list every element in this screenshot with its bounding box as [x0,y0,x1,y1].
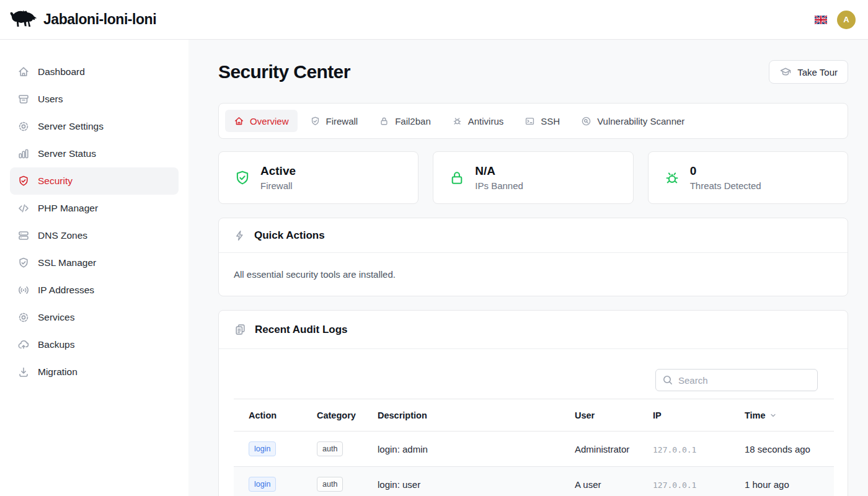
column-header-time[interactable]: Time [745,399,834,432]
action-badge: login [249,477,276,492]
archive-icon [17,93,30,105]
sidebar: Dashboard Users Server Settings [0,40,188,496]
column-header-ip[interactable]: IP [653,399,745,432]
log-ip: 127.0.0.1 [653,480,696,490]
sidebar-item-dashboard[interactable]: Dashboard [10,58,179,86]
sidebar-item-php-manager[interactable]: PHP Manager [10,195,179,222]
sidebar-item-ip-addresses[interactable]: IP Addresses [10,277,179,304]
stat-value: Active [260,164,296,178]
shield-check-icon [234,169,251,187]
sidebar-item-label: Security [38,175,73,187]
audit-search [655,369,818,391]
quick-actions-card: Quick Actions All essential security too… [218,218,848,296]
main-content: Security Center Take Tour [188,40,868,496]
lock-icon [379,116,389,126]
stat-label: Firewall [260,180,296,191]
stat-value: N/A [475,164,523,178]
graduation-cap-icon [779,66,792,78]
shield-check-icon [17,257,30,269]
table-row: login auth login: admin Administrator 12… [234,432,834,467]
sidebar-item-users[interactable]: Users [10,86,179,113]
log-ip: 127.0.0.1 [653,445,696,454]
chevron-down-icon [769,412,777,419]
search-input[interactable] [655,369,818,391]
audit-logs-title: Recent Audit Logs [255,324,348,336]
log-description: login: admin [378,432,575,467]
action-badge: login [249,441,276,457]
lightning-icon [234,229,246,242]
security-tabs: Overview Firewall [218,103,848,139]
bug-icon [452,116,463,126]
gear-icon [17,311,30,324]
quick-actions-message: All essential security tools are install… [219,253,848,296]
table-row: login auth login: user A user 127.0.0.1 … [234,467,834,496]
column-header-action[interactable]: Action [234,399,317,432]
sidebar-item-security[interactable]: Security [10,167,179,195]
sidebar-item-label: Migration [38,366,78,378]
sidebar-item-label: IP Addresses [38,285,94,296]
header-right: A [815,11,858,29]
sidebar-item-backups[interactable]: Backups [10,331,179,358]
column-header-user[interactable]: User [575,399,653,432]
tab-antivirus[interactable]: Antivirus [443,110,513,132]
sidebar-item-label: DNS Zones [38,230,87,241]
take-tour-button[interactable]: Take Tour [769,60,848,84]
tab-overview[interactable]: Overview [225,110,298,132]
sidebar-item-services[interactable]: Services [10,304,179,331]
tab-vulnerability-scanner[interactable]: Vulnerability Scanner [572,110,693,132]
bar-chart-icon [17,148,30,160]
shield-check-icon [17,175,30,187]
brand[interactable]: Jabaloni-loni-loni [9,9,156,30]
stat-value: 0 [690,164,761,178]
server-icon [17,229,30,242]
tab-label: Firewall [326,116,358,126]
page-title: Security Center [218,61,350,82]
sidebar-item-dns-zones[interactable]: DNS Zones [10,222,179,249]
take-tour-label: Take Tour [797,67,838,78]
stat-card-firewall: Active Firewall [218,151,418,204]
sidebar-item-migration[interactable]: Migration [10,358,179,386]
user-avatar[interactable]: A [837,11,856,29]
sidebar-item-ssl-manager[interactable]: SSL Manager [10,249,179,277]
app-window: Jabaloni-loni-loni A [0,0,868,496]
stat-label: IPs Banned [475,180,523,191]
boar-logo-icon [9,9,37,30]
tab-fail2ban[interactable]: Fail2ban [370,110,440,132]
category-badge: auth [317,477,343,492]
scan-icon [581,116,591,126]
column-header-description[interactable]: Description [378,399,575,432]
tab-label: Antivirus [468,116,504,126]
sidebar-item-label: PHP Manager [38,203,98,214]
sidebar-item-server-settings[interactable]: Server Settings [10,113,179,140]
audit-logs-table: Action Category Description User IP Time [234,399,834,496]
code-icon [17,202,30,215]
sidebar-item-label: Server Settings [38,121,104,132]
log-time: 18 seconds ago [745,432,834,467]
gear-icon [17,120,30,133]
sidebar-item-label: SSL Manager [38,257,96,268]
sidebar-item-server-status[interactable]: Server Status [10,140,179,167]
sidebar-item-label: Users [38,94,63,105]
tab-label: Overview [250,116,289,126]
quick-actions-title: Quick Actions [254,229,325,242]
tab-label: Fail2ban [395,116,431,126]
shield-icon [310,116,321,126]
sidebar-item-label: Backups [38,339,74,350]
tab-label: Vulnerability Scanner [597,116,684,126]
log-time: 1 hour ago [745,467,834,496]
search-icon [662,374,674,386]
sidebar-item-label: Services [38,312,74,323]
log-user: A user [575,467,653,496]
column-header-time-label: Time [745,410,766,420]
cloud-upload-icon [17,339,30,351]
terminal-icon [525,116,535,126]
stat-card-ips-banned: N/A IPs Banned [433,151,633,204]
column-header-category[interactable]: Category [317,399,378,432]
tab-firewall[interactable]: Firewall [301,110,367,132]
download-icon [17,366,30,378]
clipboard-icon [234,323,247,336]
tab-ssh[interactable]: SSH [516,110,569,132]
language-flag-icon[interactable] [815,16,827,24]
lock-icon [448,169,466,187]
table-header-row: Action Category Description User IP Time [234,399,834,432]
